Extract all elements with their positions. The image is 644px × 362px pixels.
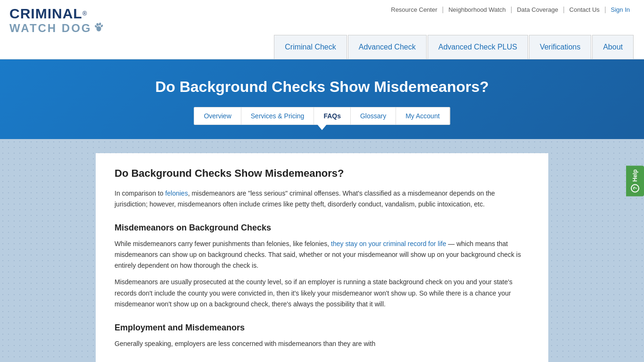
nav-criminal-check[interactable]: Criminal Check [274,35,347,59]
content-area: Do Background Checks Show Misdemeanors? … [96,153,548,362]
tab-faqs[interactable]: FAQs [314,107,351,124]
hero-title: Do Background Checks Show Misdemeanors? [9,78,635,96]
header-row1: CRIMINAL® WATCH DOG Resource Cent [0,0,644,35]
header: CRIMINAL® WATCH DOG Resource Cent [0,0,644,59]
top-nav-resource-center[interactable]: Resource Center [386,6,442,13]
sub-tabs: Overview Services & Pricing FAQs Glossar… [194,107,450,125]
svg-point-1 [99,22,101,25]
logo[interactable]: CRIMINAL® WATCH DOG [9,6,104,35]
tab-services-pricing[interactable]: Services & Pricing [241,107,314,124]
logo-criminal-text: CRIMINAL® [9,6,87,22]
paw-icon [94,22,104,35]
bg-pattern: Do Background Checks Show Misdemeanors? … [0,139,644,362]
top-nav-contact-us[interactable]: Contact Us [565,6,604,13]
sub-tabs-arrow [317,124,327,130]
nav-about[interactable]: About [592,35,634,59]
employment-heading: Employment and Misdemeanors [115,323,529,333]
help-tab[interactable]: ? Help [626,165,644,196]
hero-banner: Do Background Checks Show Misdemeanors? … [0,59,644,139]
nav-advanced-check-plus[interactable]: Advanced Check PLUS [428,35,528,59]
section2-para2: Misdemeanors are usually prosecuted at t… [115,277,529,309]
criminal-text: CRIMINAL [9,6,83,21]
top-nav-data-coverage[interactable]: Data Coverage [512,6,562,13]
help-label: Help [632,169,638,181]
nav-verifications[interactable]: Verifications [529,35,591,59]
tab-my-account[interactable]: My Account [396,107,449,124]
top-nav-sign-in[interactable]: Sign In [606,6,635,13]
felonies-link[interactable]: felonies [165,189,188,197]
top-nav: Resource Center | Neighborhood Watch | D… [386,6,635,13]
svg-point-3 [100,24,103,27]
intro-paragraph: In comparison to felonies, misdemeanors … [115,188,529,210]
section3-para1: Generally speaking, employers are less c… [115,338,529,349]
header-row2: Criminal Check Advanced Check Advanced C… [0,35,644,59]
section2-before-link: While misdemeanors carry fewer punishmen… [115,240,331,247]
misdemeanors-heading: Misdemeanors on Background Checks [115,223,529,233]
criminal-record-link[interactable]: they stay on your criminal record for li… [331,240,446,247]
tab-glossary[interactable]: Glossary [351,107,396,124]
top-nav-neighborhood-watch[interactable]: Neighborhood Watch [444,6,511,13]
help-tab-container[interactable]: ? Help [626,165,644,196]
help-icon: ? [631,184,639,193]
svg-point-4 [96,26,101,31]
watchdog-text: WATCH DOG [9,22,104,35]
intro-before-link: In comparison to [115,189,165,197]
section2-para1: While misdemeanors carry fewer punishmen… [115,239,529,271]
nav-advanced-check[interactable]: Advanced Check [348,35,427,59]
main-nav: Criminal Check Advanced Check Advanced C… [274,35,635,59]
tab-overview[interactable]: Overview [194,107,241,124]
registered-mark: ® [83,10,87,17]
content-heading: Do Background Checks Show Misdemeanors? [115,167,529,180]
